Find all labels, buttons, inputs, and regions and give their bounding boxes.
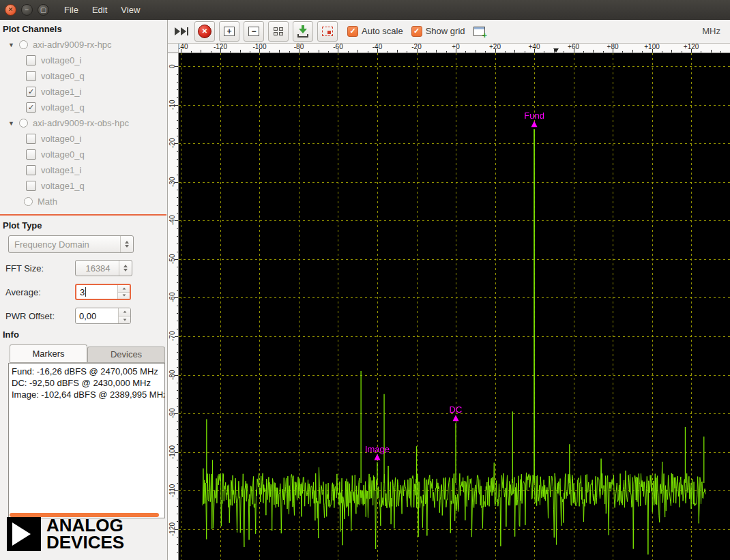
channel-checkbox[interactable]	[26, 149, 36, 160]
capture-play-button[interactable]	[172, 22, 191, 41]
marker-selection-button[interactable]	[317, 21, 338, 42]
new-plot-icon: +	[473, 27, 485, 36]
tree-channel-row[interactable]: ✓voltage1_i	[0, 84, 167, 100]
ruler-tick	[177, 166, 178, 167]
ruler-tick-label: -80	[168, 364, 177, 387]
device-radio-icon[interactable]	[19, 40, 28, 49]
ruler-tick	[177, 544, 178, 545]
spin-down-button[interactable]	[119, 316, 130, 324]
tree-channel-row[interactable]: voltage1_i	[0, 162, 167, 178]
ruler-tick-label: -60	[168, 286, 177, 309]
selection-icon	[322, 27, 333, 36]
device-radio-icon[interactable]	[19, 119, 28, 128]
ruler-tick	[230, 51, 231, 53]
ruler-tick-label: -40	[168, 209, 177, 232]
ruler-tick	[177, 429, 178, 430]
ruler-tick	[476, 50, 476, 53]
channel-label: voltage1_i	[41, 165, 81, 175]
channel-checkbox[interactable]: ✓	[26, 87, 36, 97]
expander-icon[interactable]: ▼	[8, 120, 16, 127]
auto-scale-checkbox[interactable]: ✓	[347, 26, 358, 37]
math-radio-icon[interactable]	[24, 197, 33, 206]
tab-markers[interactable]: Markers	[10, 344, 87, 362]
ruler-tick	[368, 51, 368, 53]
zoom-in-button[interactable]: +	[219, 21, 239, 42]
channel-checkbox[interactable]	[26, 134, 36, 144]
fft-size-combo[interactable]: 16384	[75, 260, 132, 276]
info-tabs: Markers Devices	[10, 344, 165, 363]
ruler-tick-label: +60	[568, 44, 579, 50]
maximize-button[interactable]: ▢	[38, 4, 49, 16]
fft-size-label: FFT Size:	[5, 263, 75, 274]
marker-info-textview[interactable]: Fund: -16,26 dBFS @ 2470,005 MHz DC: -92…	[8, 363, 165, 518]
average-label: Average:	[5, 287, 75, 297]
zoom-fit-button[interactable]	[268, 21, 289, 42]
plot-type-value: Frequency Domain	[9, 239, 120, 250]
spin-up-button[interactable]	[119, 308, 130, 316]
menu-file[interactable]: File	[57, 0, 85, 19]
tree-channel-row[interactable]: voltage0_i	[0, 131, 167, 147]
tree-channel-row[interactable]: voltage0_q	[0, 147, 167, 162]
close-button[interactable]: ✕	[5, 4, 16, 16]
tree-channel-row[interactable]: voltage0_i	[0, 53, 167, 68]
ruler-tick	[177, 205, 178, 206]
ruler-tick-label: +100	[644, 44, 660, 50]
ruler-tick	[603, 51, 604, 53]
tree-channel-row[interactable]: voltage0_q	[0, 68, 167, 84]
ruler-tick-label: -90	[168, 402, 177, 425]
menu-view[interactable]: View	[114, 0, 147, 19]
ruler-tick	[177, 313, 178, 314]
device-label: axi-adrv9009-rx-hpc	[33, 40, 112, 50]
fast-forward-icon	[175, 27, 188, 35]
tree-channel-row[interactable]: ✓voltage1_q	[0, 100, 167, 115]
expander-icon[interactable]: ▼	[8, 42, 16, 48]
ruler-tick	[269, 51, 270, 53]
minimize-button[interactable]: −	[21, 4, 33, 16]
zoom-in-icon: +	[224, 27, 235, 36]
ruler-position-marker	[553, 48, 559, 53]
stop-capture-button[interactable]: ✕	[194, 21, 215, 42]
ruler-tick	[177, 398, 178, 399]
tree-device-row[interactable]: ▼axi-adrv9009-rx-hpc	[0, 37, 167, 53]
plot-type-combo[interactable]: Frequency Domain	[8, 235, 134, 253]
spin-up-button[interactable]	[118, 285, 130, 292]
ruler-tick	[701, 51, 701, 53]
marker-info-line-dc: DC: -92,50 dBFS @ 2430,000 MHz	[12, 377, 162, 389]
tree-device-row[interactable]: ▼axi-adrv9009-rx-obs-hpc	[0, 115, 167, 131]
channel-checkbox[interactable]: ✓	[26, 102, 36, 113]
show-grid-checkbox[interactable]: ✓	[411, 26, 422, 37]
menu-edit[interactable]: Edit	[85, 0, 114, 19]
spectrum-plot-canvas[interactable]	[179, 53, 730, 560]
channel-checkbox[interactable]	[26, 55, 36, 65]
channel-checkbox[interactable]	[26, 71, 36, 81]
ruler-tick-label: -120	[214, 44, 227, 50]
tree-channel-row[interactable]: voltage1_q	[0, 178, 167, 194]
vertical-ruler: 0-10-20-30-40-50-60-70-80-90-100-110-120	[168, 53, 179, 560]
channel-checkbox[interactable]	[26, 165, 36, 175]
pwr-offset-spinbox[interactable]: 0,00	[75, 308, 131, 324]
ruler-tick-label: -120	[168, 518, 177, 541]
ruler-tick	[711, 50, 712, 53]
ruler-tick-label: 0	[168, 55, 177, 78]
save-plot-button[interactable]	[293, 21, 313, 42]
tree-math-row[interactable]: Math	[0, 194, 167, 209]
channel-label: voltage0_q	[41, 71, 85, 81]
average-spinbox[interactable]: 3	[75, 284, 131, 300]
ruler-tick	[682, 51, 682, 53]
ruler-tick-label: +20	[489, 44, 501, 50]
frequency-unit-label: MHz	[702, 26, 720, 36]
zoom-out-button[interactable]: −	[244, 21, 264, 42]
ruler-tick-label: -20	[168, 132, 177, 155]
titlebar: ✕ − ▢ File Edit View	[0, 0, 730, 20]
ruler-tick	[177, 321, 178, 321]
new-plot-button[interactable]: +	[468, 22, 487, 41]
tab-devices[interactable]: Devices	[87, 347, 165, 362]
ruler-tick	[593, 50, 594, 53]
ruler-tick-label: +40	[529, 44, 540, 50]
show-grid-label: Show grid	[426, 26, 465, 36]
text-caret	[85, 287, 86, 297]
marker-info-line-image: Image: -102,64 dBFS @ 2389,995 MHz	[12, 389, 162, 400]
channel-checkbox[interactable]	[26, 181, 36, 191]
adi-logo-text: ANALOG DEVICES	[46, 517, 124, 551]
spin-down-button[interactable]	[118, 292, 130, 299]
